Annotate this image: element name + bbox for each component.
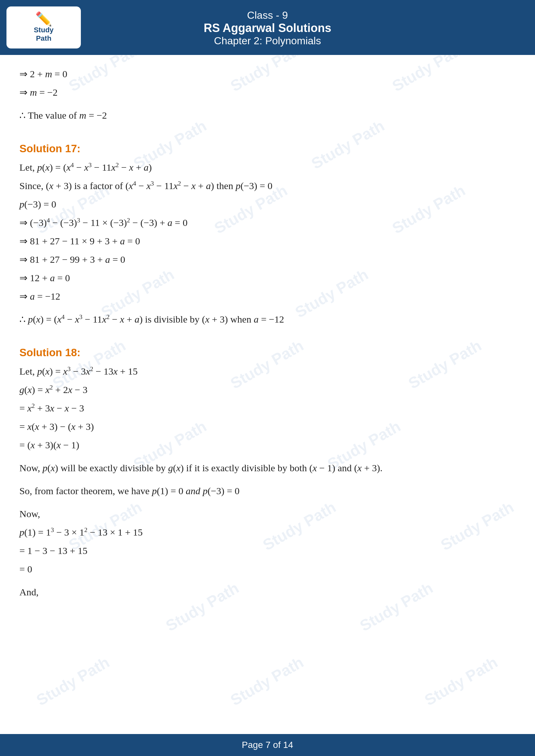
sol18-line12: And, <box>19 583 516 601</box>
sol17-line5: ⇒ 81 + 27 − 11 × 9 + 3 + a = 0 <box>19 232 516 250</box>
sol16-line1: ⇒ 2 + m = 0 <box>19 65 516 83</box>
watermark: Study Path <box>33 653 113 709</box>
sol18-line11: = 0 <box>19 560 516 578</box>
sol18-line1: Let, p(x) = x3 − 3x2 − 13x + 15 <box>19 362 516 380</box>
sol17-line3: p(−3) = 0 <box>19 195 516 213</box>
sol18-line4: = x(x + 3) − (x + 3) <box>19 417 516 436</box>
sol16-line2: ⇒ m = −2 <box>19 83 516 101</box>
logo-text: Study Path <box>34 26 53 43</box>
watermark: Study Path <box>421 653 501 709</box>
sol17-line8: ⇒ a = −12 <box>19 287 516 306</box>
main-content: ⇒ 2 + m = 0 ⇒ m = −2 ∴ The value of m = … <box>0 55 535 611</box>
sol18-line3: = x2 + 3x − x − 3 <box>19 399 516 417</box>
sol18-line9: p(1) = 13 − 3 × 12 − 13 × 1 + 15 <box>19 523 516 541</box>
logo-box: ✏️ Study Path <box>7 7 81 48</box>
sol18-line8: Now, <box>19 504 516 523</box>
sol17-line9: ∴ p(x) = (x4 − x3 − 11x2 − x + a) is div… <box>19 310 516 328</box>
sol17-line6: ⇒ 81 + 27 − 99 + 3 + a = 0 <box>19 250 516 269</box>
page-header: ✏️ Study Path Class - 9 RS Aggarwal Solu… <box>0 0 535 55</box>
class-label: Class - 9 <box>204 9 331 21</box>
sol18-line7: So, from factor theorem, we have p(1) = … <box>19 482 516 500</box>
sol17-line2: Since, (x + 3) is a factor of (x4 − x3 −… <box>19 176 516 195</box>
sol16-line3: ∴ The value of m = −2 <box>19 106 516 124</box>
logo-area: ✏️ Study Path <box>5 5 82 50</box>
sol17-line4: ⇒ (−3)4 − (−3)3 − 11 × (−3)2 − (−3) + a … <box>19 213 516 232</box>
watermark: Study Path <box>227 653 307 709</box>
sol18-line5: = (x + 3)(x − 1) <box>19 436 516 454</box>
sol17-heading: Solution 17: <box>19 143 516 155</box>
chapter-label: Chapter 2: Polynomials <box>204 35 331 47</box>
sol18-heading: Solution 18: <box>19 346 516 359</box>
header-text: Class - 9 RS Aggarwal Solutions Chapter … <box>204 9 331 47</box>
page-number: Page 7 of 14 <box>242 740 294 750</box>
page-footer: Page 7 of 14 <box>0 734 535 756</box>
sol17-line1: Let, p(x) = (x4 − x3 − 11x2 − x + a) <box>19 158 516 176</box>
sol17-line7: ⇒ 12 + a = 0 <box>19 269 516 287</box>
sol18-line2: g(x) = x2 + 2x − 3 <box>19 380 516 399</box>
book-title: RS Aggarwal Solutions <box>204 21 331 35</box>
logo-icon: ✏️ <box>35 12 52 26</box>
sol18-line6: Now, p(x) will be exactly divisible by g… <box>19 459 516 477</box>
sol18-line10: = 1 − 3 − 13 + 15 <box>19 541 516 560</box>
